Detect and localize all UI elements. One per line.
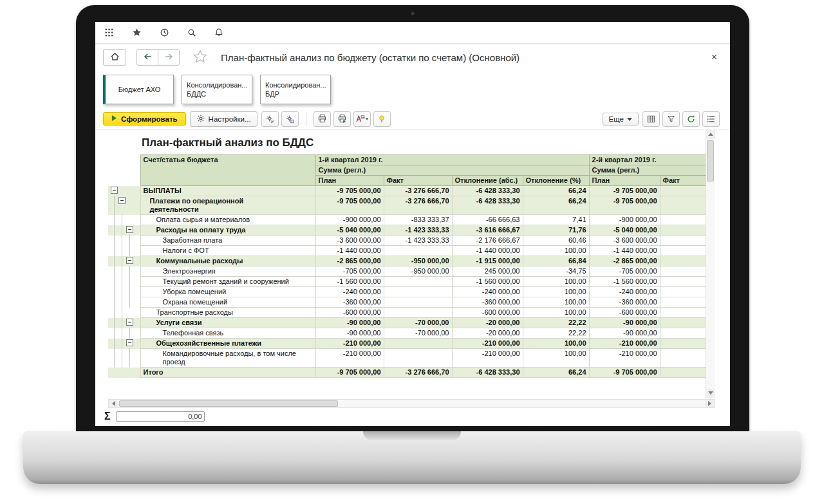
row-label[interactable]: Охрана помещений — [140, 297, 315, 308]
row-label[interactable]: Командировочные расходы, в том числе про… — [140, 349, 315, 368]
cell-deviation-pct[interactable]: 7,41 — [523, 215, 589, 225]
cell-fact-q1[interactable] — [384, 287, 452, 297]
collapse-toggle[interactable]: − — [126, 319, 133, 326]
cell-fact-q1[interactable] — [384, 349, 452, 368]
cell-deviation-pct[interactable]: 100,00 — [523, 349, 589, 368]
forward-button[interactable] — [158, 49, 180, 66]
notifications-icon[interactable] — [213, 26, 225, 39]
cell-fact-q2[interactable] — [660, 196, 706, 215]
vertical-scroll-thumb[interactable] — [707, 140, 714, 182]
more-button[interactable]: Еще — [603, 113, 639, 126]
favorite-toggle[interactable] — [191, 49, 209, 66]
print-variant-icon[interactable] — [333, 111, 351, 127]
cell-plan-q2[interactable]: -90 000,00 — [589, 328, 660, 339]
cell-fact-q2[interactable] — [660, 236, 706, 246]
cell-plan-q1[interactable]: -210 000,00 — [315, 349, 384, 368]
cell-fact-q1[interactable]: -1 423 333,33 — [384, 236, 452, 246]
cell-fact-q2[interactable] — [660, 368, 706, 378]
appearance-icon[interactable] — [353, 111, 371, 127]
cell-fact-q1[interactable]: -3 276 666,70 — [384, 196, 452, 215]
cell-deviation-pct[interactable]: 100,00 — [523, 308, 589, 318]
cell-plan-q2[interactable]: -210 000,00 — [589, 349, 660, 368]
cell-deviation-pct[interactable]: 66,84 — [523, 256, 589, 266]
cell-fact-q2[interactable] — [660, 266, 706, 277]
details-icon[interactable] — [702, 111, 720, 127]
cell-plan-q2[interactable]: -705 000,00 — [589, 266, 660, 277]
form-tab-2[interactable]: Консолидирован...БДДС — [182, 75, 252, 104]
cell-fact-q2[interactable] — [660, 225, 706, 236]
cell-deviation-abs[interactable]: -6 428 333,30 — [452, 186, 523, 196]
vertical-scrollbar[interactable] — [706, 130, 715, 398]
cell-plan-q2[interactable]: -600 000,00 — [589, 308, 660, 318]
cell-plan-q2[interactable]: -9 705 000,00 — [589, 196, 660, 215]
cell-fact-q1[interactable] — [384, 246, 452, 256]
row-label[interactable]: Текущий ремонт зданий и сооружений — [140, 277, 315, 287]
cell-deviation-pct[interactable]: 100,00 — [523, 339, 589, 349]
cell-deviation-abs[interactable]: -600 000,00 — [452, 308, 523, 318]
cell-deviation-pct[interactable]: 66,24 — [523, 368, 589, 378]
cell-plan-q1[interactable]: -2 865 000,00 — [315, 256, 384, 266]
row-label[interactable]: Расходы на оплату труда — [140, 225, 315, 236]
row-label[interactable]: Электроэнергия — [140, 266, 315, 277]
row-label[interactable]: Коммунальные расходы — [140, 256, 315, 266]
row-label[interactable]: Услуги связи — [140, 318, 315, 328]
cell-fact-q2[interactable] — [660, 318, 706, 328]
cell-deviation-abs[interactable]: -210 000,00 — [452, 339, 523, 349]
cell-plan-q1[interactable]: -210 000,00 — [315, 339, 384, 349]
cell-plan-q2[interactable]: -240 000,00 — [589, 287, 660, 297]
row-label[interactable]: Телефонная связь — [140, 328, 315, 339]
cell-deviation-pct[interactable]: 22,22 — [523, 318, 589, 328]
cell-fact-q1[interactable]: -3 276 666,70 — [384, 186, 452, 196]
cell-fact-q1[interactable] — [384, 308, 452, 318]
collapse-toggle[interactable]: − — [126, 226, 133, 233]
cell-deviation-abs[interactable]: 245 000,00 — [452, 266, 523, 277]
form-tab-1[interactable]: Бюджет АХО — [103, 75, 174, 104]
cell-fact-q1[interactable]: -70 000,00 — [384, 318, 452, 328]
cell-deviation-pct[interactable]: 100,00 — [523, 246, 589, 256]
cell-deviation-pct[interactable]: 100,00 — [523, 287, 589, 297]
cell-deviation-pct[interactable]: 66,24 — [523, 196, 589, 215]
cell-deviation-abs[interactable]: -360 000,00 — [452, 297, 523, 308]
cell-fact-q1[interactable]: -3 276 666,70 — [384, 368, 452, 378]
cell-deviation-abs[interactable]: -20 000,00 — [452, 328, 523, 339]
cell-plan-q1[interactable]: -3 600 000,00 — [315, 236, 384, 246]
row-label[interactable]: Заработная плата — [140, 236, 315, 246]
scroll-left-button[interactable] — [109, 400, 118, 407]
cell-fact-q2[interactable] — [660, 287, 706, 297]
cell-plan-q2[interactable]: -360 000,00 — [589, 297, 660, 308]
save-variant-icon[interactable] — [281, 111, 299, 127]
cell-plan-q1[interactable]: -9 705 000,00 — [315, 196, 384, 215]
scroll-right-button[interactable] — [705, 400, 714, 407]
collapse-toggle[interactable]: − — [118, 197, 126, 204]
cell-fact-q2[interactable] — [660, 256, 706, 266]
table-headers-icon[interactable] — [642, 111, 660, 127]
cell-plan-q2[interactable]: -9 705 000,00 — [589, 368, 660, 378]
cell-plan-q1[interactable]: -5 040 000,00 — [315, 225, 384, 236]
cell-fact-q2[interactable] — [660, 246, 706, 256]
cell-deviation-pct[interactable]: -34,75 — [523, 266, 589, 277]
horizontal-scrollbar[interactable] — [108, 399, 715, 408]
cell-plan-q2[interactable]: -5 040 000,00 — [589, 225, 660, 236]
cell-plan-q1[interactable]: -900 000,00 — [315, 215, 384, 225]
cell-plan-q2[interactable]: -210 000,00 — [589, 339, 660, 349]
cell-fact-q2[interactable] — [660, 349, 706, 368]
cell-fact-q2[interactable] — [660, 186, 706, 196]
cell-deviation-abs[interactable]: -3 616 666,67 — [452, 225, 523, 236]
cell-deviation-pct[interactable]: 71,76 — [523, 225, 589, 236]
row-label[interactable]: Налоги с ФОТ — [140, 246, 315, 256]
collapse-toggle[interactable]: − — [111, 187, 118, 194]
structure-icon[interactable] — [662, 111, 680, 127]
cell-plan-q2[interactable]: -900 000,00 — [589, 215, 660, 225]
cell-plan-q1[interactable]: -90 000,00 — [315, 318, 384, 328]
cell-plan-q1[interactable]: -9 705 000,00 — [315, 368, 384, 378]
cell-fact-q2[interactable] — [660, 215, 706, 225]
scroll-down-button[interactable] — [706, 389, 715, 398]
collapse-toggle[interactable]: − — [126, 257, 133, 264]
form-tab-3[interactable]: Консолидирован...БДР — [260, 75, 331, 104]
history-icon[interactable] — [158, 26, 171, 39]
cell-plan-q2[interactable]: -1 560 000,00 — [589, 277, 660, 287]
search-icon[interactable] — [186, 27, 198, 39]
row-label[interactable]: Платежи по операционной деятельности — [140, 196, 315, 215]
row-label[interactable]: Оплата сырья и материалов — [140, 215, 315, 225]
scroll-up-button[interactable] — [706, 130, 715, 139]
